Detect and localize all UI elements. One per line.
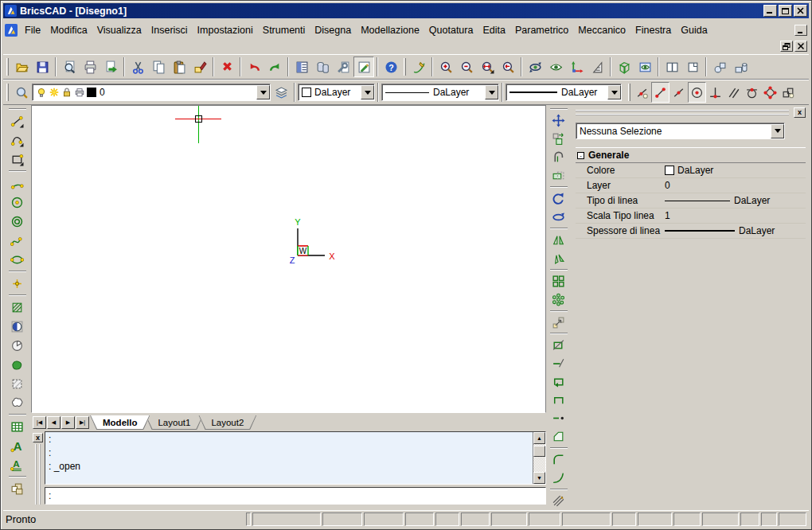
menu-item-strumenti[interactable]: Strumenti [258,23,310,37]
menu-item-finestra[interactable]: Finestra [630,23,676,37]
explore-layers-button[interactable] [11,82,32,103]
explode-icon[interactable] [548,492,568,510]
dropdown-arrow-icon[interactable] [256,85,270,99]
menu-item-edita[interactable]: Edita [478,23,510,37]
freeze-icon[interactable] [49,87,60,98]
panel-grip[interactable] [576,110,789,115]
tab-layout2[interactable]: Layout2 [198,415,256,430]
polyline-icon[interactable] [7,131,27,150]
first-tab-icon[interactable]: |◀ [33,416,46,429]
mirror-icon[interactable] [548,231,568,249]
solids-icon[interactable] [730,57,751,77]
command-history[interactable]: ::: _open ▲ ▼ [45,431,546,485]
previous-tab-icon[interactable]: ◀ [47,416,61,429]
properties-bar-icon[interactable] [353,57,374,77]
zoom-out-icon[interactable] [456,57,477,77]
menu-item-meccanico[interactable]: Meccanico [573,23,630,37]
snap-center-icon[interactable] [688,82,706,103]
last-tab-icon[interactable]: ▶| [76,416,89,429]
snap-insertion-icon[interactable] [779,82,798,103]
zoom-extents-icon[interactable] [477,57,498,77]
blend-icon[interactable] [548,469,568,487]
menu-item-impostazioni[interactable]: Impostazioni [193,23,258,37]
section-header-generale[interactable]: - Generale [576,148,806,163]
menu-item-file[interactable]: File [20,23,45,37]
menu-item-disegna[interactable]: Disegna [310,23,356,37]
property-row-spessore-di-linea[interactable]: Spessore di lineaDaLayer [576,224,806,239]
stretch-icon[interactable] [548,166,568,185]
copy-entity-icon[interactable] [548,130,568,148]
snap-parallel-icon[interactable] [724,82,743,103]
hide-icon[interactable] [587,57,607,77]
snap-tangent-icon[interactable] [743,82,761,103]
tab-layout1[interactable]: Layout1 [145,415,203,430]
gradient-icon[interactable] [7,317,27,336]
snap-midpoint-icon[interactable] [670,82,688,103]
linetype-combo[interactable]: DaLayer [381,84,499,101]
toolbar-grip[interactable] [404,58,406,76]
box-3d-icon[interactable] [614,57,634,77]
open-polyline-icon[interactable] [548,391,568,409]
scrollbar-thumb[interactable] [533,446,545,457]
minimize-icon[interactable] [763,5,777,17]
print-small-icon[interactable] [74,87,85,98]
property-value[interactable]: 1 [665,210,806,221]
layer-states-button[interactable] [271,82,291,103]
collapse-icon[interactable]: - [577,152,584,159]
mtext-icon[interactable]: A [7,436,27,455]
menu-item-modifica[interactable]: Modifica [45,23,92,37]
arc-icon[interactable] [7,173,27,193]
undo-icon[interactable] [244,57,264,77]
delete-icon[interactable] [217,57,237,77]
mdi-close-icon[interactable] [794,41,807,52]
array-icon[interactable] [548,272,568,290]
copy-icon[interactable] [148,57,169,77]
viewports-icon[interactable] [662,57,682,77]
menu-item-modellazione[interactable]: Modellazione [356,23,424,37]
property-value[interactable]: DaLayer [665,225,806,236]
drawing-canvas[interactable]: W Y X Z [31,105,546,413]
property-value[interactable]: 0 [665,180,806,191]
color-combo[interactable]: DaLayer [298,84,375,101]
region-icon[interactable] [7,336,27,355]
bulb-icon[interactable] [36,87,47,98]
drawing-explorer-icon[interactable] [291,57,312,77]
mirror-3d-icon[interactable] [548,249,568,267]
spline-icon[interactable] [7,231,27,250]
menu-item-quotatura[interactable]: Quotatura [424,23,478,37]
point-icon[interactable] [7,274,27,293]
close-polyline-icon[interactable] [548,372,568,391]
lock-icon[interactable] [61,87,72,98]
settings-icon[interactable] [333,57,353,77]
scrollbar-track[interactable] [533,444,545,472]
match-properties-icon[interactable] [189,57,210,77]
snap-nearest-icon[interactable] [633,82,651,103]
property-value[interactable]: DaLayer [665,195,806,206]
rectangle-icon[interactable] [7,150,27,169]
property-value[interactable]: DaLayer [665,165,806,176]
snap-perpendicular-icon[interactable] [706,82,724,103]
lineweight-combo[interactable]: DaLayer [506,84,622,101]
scrollbar[interactable]: ▲ ▼ [533,432,545,484]
chamfer-icon[interactable] [548,427,568,446]
new-view-icon[interactable] [682,57,703,77]
entity-select-icon[interactable] [709,57,730,77]
text-icon[interactable]: A [7,455,27,474]
command-input-line[interactable]: : [45,487,546,505]
move-icon[interactable] [548,111,568,130]
dropdown-arrow-icon[interactable] [771,124,784,138]
mdi-restore-icon[interactable] [780,41,793,52]
view-eye-icon[interactable] [545,57,566,77]
rotate-3d-icon[interactable] [548,208,568,226]
wipeout-icon[interactable] [7,374,27,393]
property-row-layer[interactable]: Layer0 [576,178,806,193]
help-icon[interactable]: ? [381,57,401,77]
property-row-scala-tipo-linea[interactable]: Scala Tipo linea1 [576,208,806,224]
donut-icon[interactable] [7,212,27,231]
snap-quadrant-icon[interactable] [761,82,779,103]
ucs-icon-icon[interactable] [566,57,587,77]
boundary-icon[interactable] [7,355,27,374]
close-icon[interactable] [794,5,807,17]
title-bar[interactable]: BricsCAD - [Disegno1] [3,3,809,18]
revision-cloud-icon[interactable] [7,393,27,412]
